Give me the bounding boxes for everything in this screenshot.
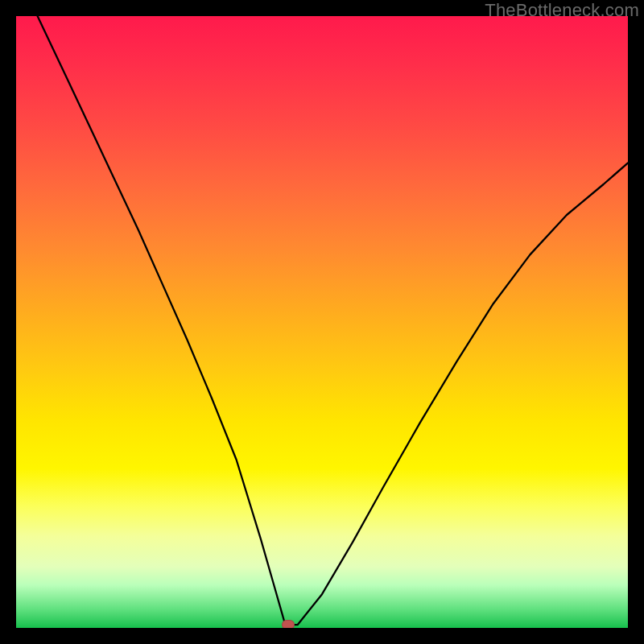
bottleneck-curve (38, 16, 628, 625)
plot-area (16, 16, 628, 628)
curve-layer (16, 16, 628, 628)
optimal-point-marker (282, 620, 295, 628)
chart-container: TheBottleneck.com (0, 0, 644, 644)
